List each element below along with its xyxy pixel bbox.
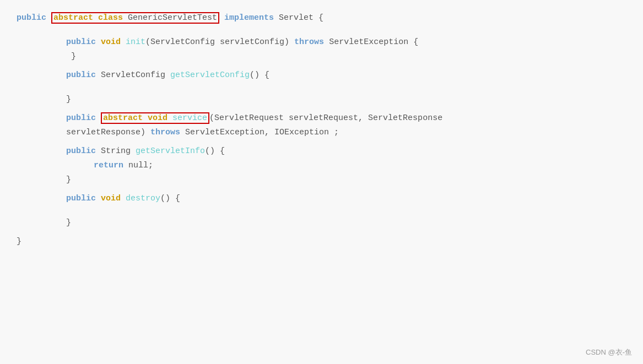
spacer-5 [17, 140, 626, 144]
param-continued: servletResponse) [66, 128, 150, 137]
parens-4: () { [250, 70, 269, 80]
code-line-12: } [17, 235, 626, 249]
brace-close-5: } [66, 95, 71, 104]
spacer-6 [17, 187, 626, 192]
code-line-6: public abstract void service(ServletRequ… [17, 111, 626, 126]
code-line-10: public void destroy() { [17, 192, 626, 206]
code-container: public abstract class GenericServletTest… [0, 0, 643, 364]
kw-throws-1: throws [294, 37, 329, 47]
highlight-box-1: abstract class GenericServletTest [51, 12, 219, 24]
spacer-4 [17, 107, 626, 111]
spacer-8 [17, 230, 626, 235]
brace-close-11: } [66, 218, 71, 227]
spacer-1 [17, 25, 626, 35]
code-line-6b: servletResponse) throws ServletException… [17, 126, 626, 140]
keyword-implements: implements [219, 13, 279, 23]
method-getservletinfo: getServletInfo [136, 146, 205, 156]
return-null: null; [128, 161, 153, 170]
exception-1: ServletException { [329, 37, 418, 47]
params-init: (ServletConfig servletConfig) [145, 37, 294, 47]
kw-void-2: void [101, 37, 126, 47]
method-service: service [172, 113, 207, 123]
method-getservletconfig: getServletConfig [170, 70, 250, 80]
interface-name: Servlet { [279, 13, 323, 23]
code-line-7: public String getServletInfo() { [17, 144, 626, 159]
kw-return: return [94, 161, 128, 170]
watermark: CSDN @衣-鱼 [586, 347, 632, 358]
keyword-abstract-class: abstract class [53, 13, 128, 23]
brace-close-1: } [66, 52, 76, 61]
keyword-public: public [17, 13, 51, 23]
kw-public-2: public [66, 37, 96, 47]
brace-close-9: } [66, 175, 71, 184]
code-line-8: return null; [17, 159, 626, 173]
code-line-9: } [17, 173, 626, 187]
return-type-7: String [101, 146, 136, 156]
code-line-2: public void init(ServletConfig servletCo… [17, 35, 626, 50]
code-line-4: public ServletConfig getServletConfig() … [17, 68, 626, 83]
code-line-1: public abstract class GenericServletTest… [17, 11, 626, 25]
kw-throws-2: throws [150, 128, 185, 137]
kw-public-6: public [66, 113, 101, 123]
code-line-5: } [17, 93, 626, 107]
parens-10: () { [160, 194, 180, 203]
highlight-box-2: abstract void service [101, 112, 209, 124]
kw-public-4: public [66, 70, 101, 80]
method-destroy: destroy [126, 194, 160, 203]
kw-public-10: public [66, 194, 101, 203]
code-line-3: } [17, 50, 626, 64]
space-2 [96, 37, 101, 47]
kw-public-7: public [66, 146, 101, 156]
return-type-4: ServletConfig [101, 70, 170, 80]
brace-close-outer: } [17, 237, 21, 246]
kw-void-10: void [101, 194, 126, 203]
spacer-3 [17, 83, 626, 93]
params-service: (ServletRequest servletRequest, ServletR… [209, 113, 442, 123]
parens-7: () { [205, 146, 225, 156]
method-init: init [126, 37, 145, 47]
spacer-7 [17, 206, 626, 216]
spacer-2 [17, 64, 626, 68]
class-name: GenericServletTest [128, 13, 217, 23]
code-line-11: } [17, 216, 626, 230]
exceptions-service: ServletException, IOException ; [185, 128, 339, 137]
kw-abstract-void: abstract void [103, 113, 172, 123]
